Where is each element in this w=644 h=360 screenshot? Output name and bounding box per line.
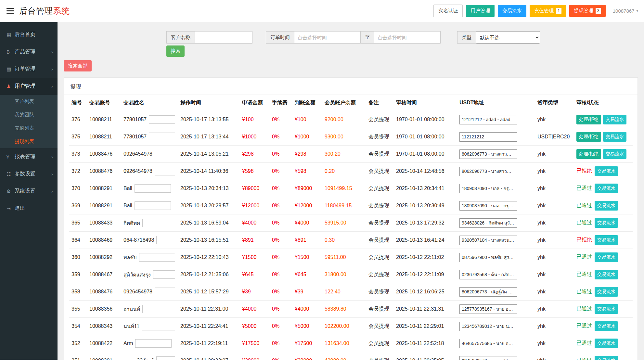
name-note-input[interactable]	[135, 184, 171, 193]
column-header: 审核时间	[393, 95, 457, 111]
usdt-address-input[interactable]	[459, 167, 517, 176]
header-button-trade-flow[interactable]: 交易流水	[498, 5, 526, 17]
name-note-input[interactable]	[155, 150, 175, 158]
name-note-input[interactable]	[156, 236, 175, 244]
cell-remark: 会员提现	[366, 180, 393, 197]
sidebar-item-order[interactable]: ▤订单管理›	[0, 60, 58, 78]
name-note-input[interactable]	[142, 322, 175, 330]
usdt-address-input[interactable]	[459, 287, 517, 297]
process-reject-button[interactable]: 处理/拒绝	[576, 115, 601, 124]
usdt-address-input[interactable]	[459, 270, 517, 279]
sidebar-item-system[interactable]: ⚙系统设置›	[0, 183, 58, 200]
trade-flow-button[interactable]: 交易流水	[595, 270, 618, 279]
settings-icon: ⚙	[6, 188, 15, 194]
name-note-input[interactable]	[153, 270, 175, 279]
trade-flow-button[interactable]: 交易流水	[595, 339, 618, 348]
cell-account: 10088211	[87, 128, 121, 146]
sidebar-item-withdraw-list[interactable]: 提现列表	[0, 135, 58, 148]
usdt-address-input[interactable]	[459, 356, 517, 360]
table-row: 36010088292พลชัย2025-10-12 22:10:43¥1500…	[69, 249, 633, 266]
usdt-address-input[interactable]	[459, 322, 517, 331]
cell-amount: ¥39	[239, 283, 269, 301]
name-note-input[interactable]	[155, 167, 175, 175]
cell-fee: 0%	[269, 163, 292, 180]
sidebar-item-report[interactable]: ¥报表管理›	[0, 148, 58, 165]
usdt-address-input[interactable]	[459, 132, 517, 142]
usdt-address-input[interactable]	[459, 115, 517, 124]
trade-flow-button[interactable]: 交易流水	[595, 321, 618, 331]
cell-account: 10088356	[87, 301, 121, 318]
cell-name: 0926454978	[121, 146, 178, 163]
usdt-address-input[interactable]	[459, 236, 517, 245]
name-note-input[interactable]	[135, 201, 171, 210]
sidebar-item-label: 报表管理	[15, 153, 51, 160]
cell-status: 已通过交易流水	[574, 266, 633, 283]
name-note-input[interactable]	[149, 133, 175, 141]
trade-flow-button[interactable]: 交易流水	[603, 132, 626, 142]
trade-flow-button[interactable]: 交易流水	[603, 115, 626, 124]
trade-flow-button[interactable]: 交易流水	[595, 184, 618, 193]
usdt-address-input[interactable]	[459, 304, 517, 314]
trade-flow-button[interactable]: 交易流水	[595, 218, 618, 228]
trade-flow-button[interactable]: 交易流水	[595, 201, 618, 211]
name-note-input[interactable]	[155, 288, 175, 296]
sidebar-item-my-team[interactable]: 我的团队	[0, 108, 58, 122]
name-note-input[interactable]	[142, 219, 175, 227]
cell-name: 0926454978	[121, 163, 178, 180]
header-button-recharge-manage[interactable]: 充值管理1	[530, 5, 566, 17]
trade-flow-button[interactable]: 交易流水	[595, 287, 618, 297]
name-note-input[interactable]	[156, 356, 175, 360]
status-label: 已通过	[576, 306, 592, 311]
name-note-input[interactable]	[142, 305, 175, 313]
cell-usdt	[457, 232, 535, 249]
search-button[interactable]: 搜索	[166, 45, 185, 57]
usdt-address-input[interactable]	[459, 339, 517, 348]
header-button-withdraw-manage[interactable]: 提现管理3	[569, 5, 606, 17]
cell-amount: ¥89000	[239, 180, 269, 197]
trade-flow-button[interactable]: 交易流水	[595, 166, 618, 176]
sidebar-item-logout[interactable]: ⇥退出	[0, 200, 58, 217]
table-row: 36910088291Ball2025-10-13 20:29:57¥12000…	[69, 197, 633, 214]
trade-flow-button[interactable]: 交易流水	[595, 356, 618, 360]
name-note-input[interactable]	[149, 115, 175, 124]
name-note-input[interactable]	[139, 253, 175, 262]
sidebar-item-home[interactable]: ▦后台首页	[0, 26, 58, 43]
type-select[interactable]: 默认不选	[476, 31, 540, 44]
cell-id: 369	[69, 197, 87, 214]
usdt-address-input[interactable]	[459, 184, 517, 193]
cell-currency: yhk	[535, 232, 574, 249]
cell-remark: 会员提现	[366, 249, 393, 266]
process-reject-button[interactable]: 处理/拒绝	[576, 149, 601, 159]
sidebar-item-product[interactable]: Ƀ产品管理›	[0, 43, 58, 60]
search-all-button[interactable]: 搜索全部	[64, 60, 92, 71]
usdt-address-input[interactable]	[459, 201, 517, 211]
trade-flow-button[interactable]: 交易流水	[595, 304, 618, 314]
customer-name-input[interactable]	[195, 31, 252, 44]
order-time-end-input[interactable]	[374, 31, 441, 44]
order-time-start-input[interactable]	[294, 31, 361, 44]
header-button-user-manage[interactable]: 用户管理	[466, 5, 495, 17]
user-menu[interactable]: 10087867 ▾	[613, 8, 638, 14]
cell-remark: 会员提现	[366, 128, 393, 146]
trade-flow-button[interactable]: 交易流水	[595, 252, 618, 262]
sidebar-item-params[interactable]: ☷参数设置›	[0, 165, 58, 183]
cell-op-time: 2025-10-13 20:34:13	[178, 180, 239, 197]
sidebar-item-recharge-list[interactable]: 充值列表	[0, 122, 58, 135]
process-reject-button[interactable]: 处理/拒绝	[576, 132, 601, 142]
trade-flow-button[interactable]: 交易流水	[603, 149, 626, 159]
usdt-address-input[interactable]	[459, 218, 517, 228]
cell-account: 10088476	[87, 163, 121, 180]
column-header: 手续费	[269, 95, 292, 111]
cell-remark: 会员提现	[366, 352, 393, 360]
sidebar-item-customer-list[interactable]: 客户列表	[0, 95, 58, 108]
usdt-address-input[interactable]	[459, 149, 517, 159]
name-note-input[interactable]	[135, 339, 172, 348]
cell-currency: yhk	[535, 249, 574, 266]
cell-audit-time: 2025-10-11 22:52:18	[393, 335, 457, 352]
cell-name: พลชัย	[121, 249, 178, 266]
header-button-realname[interactable]: 实名认证	[433, 5, 463, 17]
trade-flow-button[interactable]: 交易流水	[595, 235, 618, 245]
hamburger-menu-icon[interactable]	[6, 8, 14, 14]
usdt-address-input[interactable]	[459, 253, 517, 262]
sidebar-item-user[interactable]: ♟用户管理›	[0, 78, 58, 95]
